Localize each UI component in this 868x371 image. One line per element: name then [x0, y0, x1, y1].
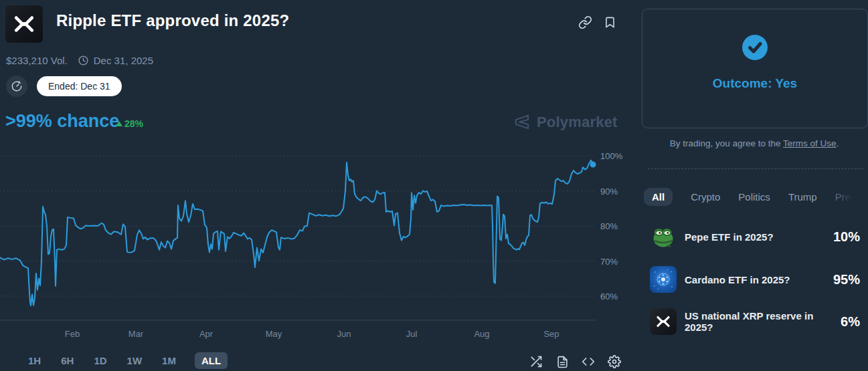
compare-button[interactable] — [528, 354, 544, 370]
related-market-title: Pepe ETF in 2025? — [685, 231, 774, 243]
svg-text:70%: 70% — [600, 257, 618, 267]
arrow-up-icon — [116, 121, 122, 126]
terms-suffix: . — [837, 138, 839, 148]
related-market-chance: 10% — [833, 229, 860, 245]
ended-status-pill[interactable]: Ended: Dec 31 — [37, 76, 122, 96]
rules-button[interactable] — [554, 354, 570, 370]
terms-notice: By trading, you agree to the Terms of Us… — [642, 138, 867, 148]
svg-text:Jul: Jul — [406, 329, 418, 339]
outcome-result: Outcome: Yes — [713, 76, 797, 91]
category-tabs: All Crypto Politics Trump Pre- — [644, 186, 868, 207]
range-1m[interactable]: 1M — [161, 352, 177, 369]
related-market-xrp-reserve[interactable]: US national XRP reserve in 2025? 6% — [642, 303, 868, 340]
related-market-cardano[interactable]: Cardano ETF in 2025? 95% — [642, 261, 868, 298]
terms-prefix: By trading, you agree to the — [670, 138, 783, 148]
related-market-pepe[interactable]: Pepe ETF in 2025? 10% — [642, 218, 868, 255]
page-title: Ripple ETF approved in 2025? — [56, 11, 289, 30]
svg-text:Sep: Sep — [543, 329, 559, 339]
svg-text:Apr: Apr — [199, 329, 213, 339]
range-1w[interactable]: 1W — [126, 352, 144, 369]
polymarket-watermark-link[interactable]: Polymarket — [513, 113, 618, 131]
link-icon — [578, 15, 592, 29]
svg-text:80%: 80% — [600, 221, 618, 231]
tab-all[interactable]: All — [644, 188, 673, 206]
range-all[interactable]: ALL — [195, 352, 228, 369]
svg-text:Jun: Jun — [337, 329, 351, 339]
range-1d[interactable]: 1D — [92, 352, 108, 369]
file-text-icon — [556, 356, 569, 368]
settings-gear-icon — [608, 355, 621, 368]
tab-crypto[interactable]: Crypto — [691, 191, 720, 203]
svg-text:Feb: Feb — [65, 329, 80, 339]
clock-icon — [78, 55, 89, 66]
volume-label: $233,210 Vol. — [6, 55, 68, 66]
polymarket-logo-icon — [513, 113, 531, 131]
chance-value: >99% chance — [5, 111, 119, 132]
end-date-label: Dec 31, 2025 — [94, 55, 153, 66]
svg-text:90%: 90% — [600, 187, 618, 197]
copy-link-button[interactable] — [577, 14, 593, 30]
xrp-icon — [9, 9, 39, 39]
shuffle-icon — [529, 355, 543, 368]
bookmark-button[interactable] — [602, 14, 618, 30]
related-market-chance: 95% — [833, 272, 860, 287]
svg-text:100%: 100% — [600, 151, 623, 161]
price-chart[interactable]: 100%90%80%70%60%FebMarAprMayJunJulAugSep — [0, 148, 626, 342]
tab-politics[interactable]: Politics — [738, 191, 770, 203]
check-circle-icon — [741, 33, 769, 61]
chance-change-badge: 28% — [116, 118, 143, 129]
cardano-icon — [650, 266, 677, 293]
timeline-button[interactable] — [6, 76, 27, 97]
tab-trump[interactable]: Trump — [788, 191, 817, 203]
related-market-title: Cardano ETF in 2025? — [685, 274, 790, 285]
xrp-market-logo — [5, 5, 43, 43]
dashed-divider — [648, 168, 863, 169]
polymarket-watermark-text: Polymarket — [537, 114, 618, 131]
svg-text:Mar: Mar — [128, 329, 144, 339]
settings-button[interactable] — [606, 354, 622, 370]
timer-icon — [11, 80, 23, 92]
svg-text:Aug: Aug — [474, 329, 489, 339]
related-market-chance: 6% — [841, 314, 860, 330]
svg-text:May: May — [266, 329, 282, 339]
tab-pre[interactable]: Pre- — [835, 191, 854, 203]
range-6h[interactable]: 6H — [60, 352, 75, 369]
price-chart-svg: 100%90%80%70%60%FebMarAprMayJunJulAugSep — [0, 148, 626, 342]
pepe-frog-icon — [650, 223, 677, 250]
related-market-title: US national XRP reserve in 2025? — [685, 310, 841, 333]
embed-button[interactable] — [580, 354, 596, 370]
terms-of-use-link[interactable]: Terms of Use — [783, 138, 837, 148]
embed-code-icon — [582, 355, 595, 368]
svg-text:60%: 60% — [600, 291, 618, 301]
polymarket-embed: Ripple ETF approved in 2025? $233,210 Vo… — [0, 0, 868, 371]
range-1h[interactable]: 1H — [27, 352, 42, 369]
time-range-selector: 1H 6H 1D 1W 1M ALL — [27, 352, 228, 369]
chance-change-value: 28% — [124, 118, 143, 129]
xrp-icon — [650, 308, 677, 335]
outcome-card: Outcome: Yes — [642, 9, 868, 128]
bookmark-icon — [604, 15, 616, 29]
